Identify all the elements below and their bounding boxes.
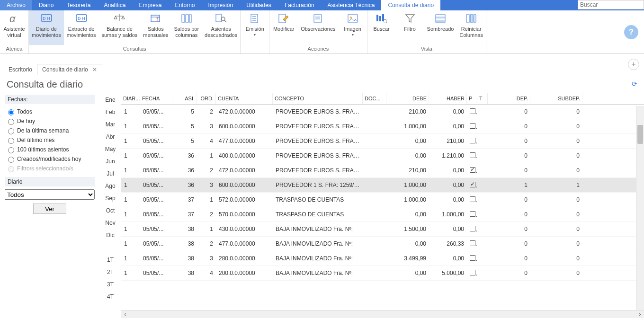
col-header[interactable]: HABER [429, 93, 467, 104]
ribbon-observaciones[interactable]: Observaciones [298, 10, 338, 45]
menu-item[interactable]: Consulta de diario [381, 0, 440, 10]
month-4t[interactable]: 4T [99, 291, 121, 303]
checkbox-p[interactable] [470, 182, 475, 187]
col-header[interactable]: CONCEPTO [273, 93, 363, 104]
ribbon-emision[interactable]: Emisión▾ [241, 10, 269, 51]
menu-item[interactable]: Asistencia Técnica [321, 0, 382, 10]
month-feb[interactable]: Feb [99, 106, 121, 118]
checkbox-p[interactable] [470, 108, 475, 114]
menu-item[interactable]: Facturación [278, 0, 321, 10]
ribbon-asientos-descuadrados[interactable]: Asientosdescuadrados [202, 10, 240, 45]
ver-button[interactable]: Ver [33, 204, 66, 214]
date-filter-option[interactable]: Creados/modificados hoy [5, 154, 95, 164]
date-filter-option[interactable]: De hoy [5, 116, 95, 126]
radio-input[interactable] [8, 119, 14, 125]
month-ene[interactable]: Ene [99, 94, 121, 106]
table-row[interactable]: 105/05/...371572.0.0.00000TRASPASO DE CU… [121, 193, 644, 207]
col-header[interactable]: DEP. [488, 93, 530, 104]
col-header[interactable]: ASI. [173, 93, 197, 104]
checkbox-p[interactable] [470, 270, 475, 275]
search-input[interactable] [578, 0, 644, 9]
table-row[interactable]: 105/05/...362472.0.0.00000PROVEEDOR EURO… [121, 163, 644, 178]
col-header[interactable]: DOC... [363, 93, 386, 104]
ribbon-asistente-virtual[interactable]: αAsistentevirtual [0, 10, 28, 45]
month-3t[interactable]: 3T [99, 278, 121, 291]
table-row[interactable]: 105/05/...382477.0.0.00000BAJA INMOVILIZ… [121, 237, 644, 251]
table-row[interactable]: 105/05/...54477.0.0.00000PROVEEDOR EUROS… [121, 134, 644, 149]
scrollbar-thumb[interactable] [637, 125, 643, 144]
col-header[interactable]: CUENTA [216, 93, 273, 104]
ribbon-saldos-por-columnas[interactable]: Saldos porcolumnas [171, 10, 202, 45]
ribbon-balance-sumas-saldos[interactable]: Balance desumas y saldos [99, 10, 141, 45]
menu-item[interactable]: Impresión [201, 0, 240, 10]
table-row[interactable]: 105/05/...53600.0.0.00000PROVEEDOR EUROS… [121, 119, 644, 134]
month-jul[interactable]: Jul [99, 168, 121, 180]
month-dic[interactable]: Dic [99, 229, 121, 241]
menu-item[interactable]: Analítica [97, 0, 132, 10]
ribbon-filtro[interactable]: Filtro [396, 10, 424, 45]
month-nov[interactable]: Nov [99, 217, 121, 229]
radio-input[interactable] [8, 109, 14, 115]
month-ago[interactable]: Ago [99, 180, 121, 192]
help-icon[interactable]: ? [624, 25, 638, 39]
checkbox-p[interactable] [470, 196, 475, 202]
checkbox-p[interactable] [470, 152, 475, 158]
tab-consulta-diario[interactable]: Consulta de diario ✕ [37, 64, 102, 75]
date-filter-option[interactable]: Del último mes [5, 135, 95, 145]
table-row[interactable]: 105/05/...363600.0.0.00000PROVEEDOR 1 S.… [121, 178, 644, 193]
close-icon[interactable]: ✕ [92, 66, 97, 73]
menu-item[interactable]: Archivo [0, 0, 32, 10]
col-header[interactable]: T [477, 93, 488, 104]
checkbox-p[interactable] [470, 138, 475, 143]
date-filter-option[interactable]: De la última semana [5, 126, 95, 135]
table-row[interactable]: 105/05/...381430.0.0.00000BAJA INMOVILIZ… [121, 222, 644, 237]
col-header[interactable]: SUBDEP. [530, 93, 582, 104]
ribbon-sombreado[interactable]: Sombreado [424, 10, 457, 45]
date-filter-option[interactable]: Todos [5, 107, 95, 116]
month-oct[interactable]: Oct [99, 204, 121, 217]
menu-item[interactable]: Empresa [132, 0, 168, 10]
add-tab-button[interactable]: + [628, 59, 639, 70]
ribbon-buscar[interactable]: Buscar [367, 10, 396, 45]
radio-input[interactable] [8, 147, 14, 153]
col-header[interactable]: P [467, 93, 477, 104]
date-filter-option[interactable]: 100 últimos asientos [5, 145, 95, 154]
table-row[interactable]: 105/05/...383280.0.0.00000BAJA INMOVILIZ… [121, 251, 644, 266]
radio-input[interactable] [8, 157, 14, 163]
ribbon-extracto-movimientos[interactable]: D HExtracto demovimientos [64, 10, 99, 45]
checkbox-p[interactable] [470, 240, 475, 246]
ribbon-reiniciar-columnas[interactable]: ReiniciarColumnas [456, 10, 486, 45]
menu-item[interactable]: Diario [32, 0, 60, 10]
menu-item[interactable]: Entorno [168, 0, 201, 10]
refresh-icon[interactable]: ⟳ [632, 80, 637, 88]
col-header[interactable]: ORD. [197, 93, 216, 104]
table-row[interactable]: 105/05/...52472.0.0.00000PROVEEDOR EUROS… [121, 105, 644, 119]
ribbon-imagen[interactable]: Imagen▾ [339, 10, 367, 45]
checkbox-p[interactable] [470, 211, 475, 217]
month-sep[interactable]: Sep [99, 192, 121, 204]
col-header[interactable]: DIAR... [121, 93, 140, 104]
col-header[interactable]: DEBE [386, 93, 429, 104]
vertical-scrollbar[interactable] [636, 106, 644, 310]
horizontal-scrollbar[interactable]: ‹ › [121, 310, 644, 318]
checkbox-p[interactable] [470, 123, 475, 129]
grid-body[interactable]: 105/05/...52472.0.0.00000PROVEEDOR EUROS… [121, 105, 644, 310]
month-abr[interactable]: Abr [99, 131, 121, 143]
month-1t[interactable]: 1T [99, 254, 121, 266]
radio-input[interactable] [8, 138, 14, 144]
ribbon-saldos-mensuales[interactable]: ΣSaldosmensuales [140, 10, 171, 45]
tab-escritorio[interactable]: Escritorio [4, 64, 37, 75]
scroll-left-icon[interactable]: ‹ [121, 311, 129, 318]
menu-item[interactable]: Utilidades [240, 0, 278, 10]
month-jun[interactable]: Jun [99, 155, 121, 168]
col-header[interactable]: FECHA [140, 93, 173, 104]
ribbon-diario-movimientos[interactable]: D HDiario demovimientos [29, 10, 64, 45]
checkbox-p[interactable] [470, 226, 475, 231]
table-row[interactable]: 105/05/...372570.0.0.00000TRASPASO DE CU… [121, 207, 644, 222]
menu-item[interactable]: Tesorería [60, 0, 97, 10]
month-may[interactable]: May [99, 143, 121, 155]
ribbon-modificar[interactable]: Modificar [269, 10, 298, 45]
month-2t[interactable]: 2T [99, 266, 121, 278]
table-row[interactable]: 105/05/...361400.0.0.00000PROVEEDOR EURO… [121, 149, 644, 163]
diario-select[interactable]: Todos [5, 189, 95, 200]
